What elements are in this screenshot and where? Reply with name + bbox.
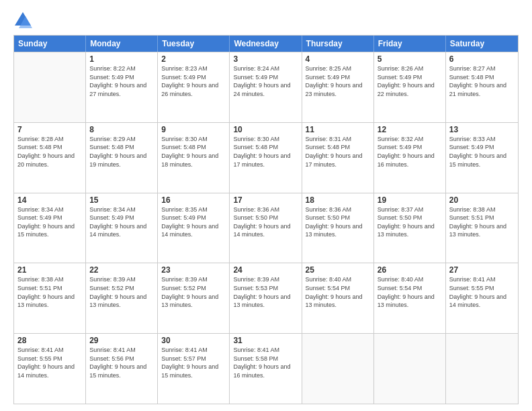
calendar: SundayMondayTuesdayWednesdayThursdayFrid…: [13, 35, 519, 404]
day-cell-12: 12 Sunrise: 8:32 AM Sunset: 5:49 PM Dayl…: [374, 123, 446, 193]
day-cell-28: 28 Sunrise: 8:41 AM Sunset: 5:55 PM Dayl…: [14, 334, 86, 404]
day-number: 21: [17, 265, 82, 275]
day-cell-29: 29 Sunrise: 8:41 AM Sunset: 5:56 PM Dayl…: [86, 334, 158, 404]
day-info: Sunrise: 8:24 AM Sunset: 5:49 PM Dayligh…: [233, 64, 298, 98]
day-cell-22: 22 Sunrise: 8:39 AM Sunset: 5:52 PM Dayl…: [86, 263, 158, 333]
logo-icon: [13, 11, 32, 30]
day-cell-1: 1 Sunrise: 8:22 AM Sunset: 5:49 PM Dayli…: [86, 52, 158, 122]
empty-cell: [302, 334, 374, 404]
day-cell-24: 24 Sunrise: 8:39 AM Sunset: 5:53 PM Dayl…: [230, 263, 302, 333]
day-number: 29: [89, 336, 154, 345]
day-cell-30: 30 Sunrise: 8:41 AM Sunset: 5:57 PM Dayl…: [158, 334, 230, 404]
day-cell-8: 8 Sunrise: 8:29 AM Sunset: 5:48 PM Dayli…: [86, 123, 158, 193]
empty-cell: [446, 334, 518, 404]
day-number: 7: [17, 125, 82, 134]
day-cell-16: 16 Sunrise: 8:35 AM Sunset: 5:49 PM Dayl…: [158, 193, 230, 263]
calendar-week-2: 7 Sunrise: 8:28 AM Sunset: 5:48 PM Dayli…: [14, 122, 518, 193]
day-info: Sunrise: 8:33 AM Sunset: 5:49 PM Dayligh…: [449, 135, 515, 169]
day-number: 27: [449, 265, 515, 275]
day-number: 5: [378, 54, 442, 64]
day-number: 28: [17, 336, 82, 345]
day-number: 10: [233, 125, 298, 134]
day-cell-11: 11 Sunrise: 8:31 AM Sunset: 5:48 PM Dayl…: [302, 123, 374, 193]
day-info: Sunrise: 8:28 AM Sunset: 5:48 PM Dayligh…: [17, 135, 82, 169]
day-number: 12: [378, 125, 442, 134]
day-number: 4: [306, 54, 370, 64]
day-info: Sunrise: 8:36 AM Sunset: 5:50 PM Dayligh…: [233, 205, 298, 239]
day-number: 20: [449, 195, 515, 205]
day-info: Sunrise: 8:31 AM Sunset: 5:48 PM Dayligh…: [306, 135, 370, 169]
header: [13, 11, 519, 30]
day-number: 17: [233, 195, 298, 205]
day-number: 6: [449, 54, 515, 64]
day-info: Sunrise: 8:39 AM Sunset: 5:52 PM Dayligh…: [161, 275, 226, 309]
day-info: Sunrise: 8:41 AM Sunset: 5:55 PM Dayligh…: [17, 346, 82, 379]
day-info: Sunrise: 8:26 AM Sunset: 5:49 PM Dayligh…: [378, 64, 442, 98]
empty-cell: [374, 334, 446, 404]
header-day-saturday: Saturday: [446, 36, 518, 52]
header-day-sunday: Sunday: [14, 36, 86, 52]
day-number: 19: [378, 195, 442, 205]
header-day-friday: Friday: [374, 36, 446, 52]
day-number: 13: [449, 125, 515, 134]
header-day-wednesday: Wednesday: [230, 36, 302, 52]
day-cell-17: 17 Sunrise: 8:36 AM Sunset: 5:50 PM Dayl…: [230, 193, 302, 263]
day-number: 31: [233, 336, 298, 345]
day-cell-7: 7 Sunrise: 8:28 AM Sunset: 5:48 PM Dayli…: [14, 123, 86, 193]
day-info: Sunrise: 8:35 AM Sunset: 5:49 PM Dayligh…: [161, 205, 226, 239]
day-number: 15: [89, 195, 154, 205]
day-cell-5: 5 Sunrise: 8:26 AM Sunset: 5:49 PM Dayli…: [374, 52, 446, 122]
day-number: 26: [378, 265, 442, 275]
day-number: 18: [306, 195, 370, 205]
day-info: Sunrise: 8:40 AM Sunset: 5:54 PM Dayligh…: [306, 275, 370, 309]
day-cell-20: 20 Sunrise: 8:38 AM Sunset: 5:51 PM Dayl…: [446, 193, 518, 263]
empty-cell: [14, 52, 86, 122]
day-info: Sunrise: 8:38 AM Sunset: 5:51 PM Dayligh…: [449, 205, 515, 239]
header-day-monday: Monday: [86, 36, 158, 52]
day-info: Sunrise: 8:36 AM Sunset: 5:50 PM Dayligh…: [306, 205, 370, 239]
day-cell-3: 3 Sunrise: 8:24 AM Sunset: 5:49 PM Dayli…: [230, 52, 302, 122]
day-info: Sunrise: 8:27 AM Sunset: 5:48 PM Dayligh…: [449, 64, 515, 98]
day-info: Sunrise: 8:38 AM Sunset: 5:51 PM Dayligh…: [17, 275, 82, 309]
day-number: 25: [306, 265, 370, 275]
calendar-week-5: 28 Sunrise: 8:41 AM Sunset: 5:55 PM Dayl…: [14, 333, 518, 404]
day-cell-2: 2 Sunrise: 8:23 AM Sunset: 5:49 PM Dayli…: [158, 52, 230, 122]
day-cell-10: 10 Sunrise: 8:30 AM Sunset: 5:48 PM Dayl…: [230, 123, 302, 193]
day-info: Sunrise: 8:29 AM Sunset: 5:48 PM Dayligh…: [89, 135, 154, 169]
day-cell-26: 26 Sunrise: 8:40 AM Sunset: 5:54 PM Dayl…: [374, 263, 446, 333]
day-cell-9: 9 Sunrise: 8:30 AM Sunset: 5:48 PM Dayli…: [158, 123, 230, 193]
day-info: Sunrise: 8:34 AM Sunset: 5:49 PM Dayligh…: [17, 205, 82, 239]
day-cell-19: 19 Sunrise: 8:37 AM Sunset: 5:50 PM Dayl…: [374, 193, 446, 263]
day-number: 9: [161, 125, 226, 134]
day-cell-31: 31 Sunrise: 8:41 AM Sunset: 5:58 PM Dayl…: [230, 334, 302, 404]
day-info: Sunrise: 8:32 AM Sunset: 5:49 PM Dayligh…: [378, 135, 442, 169]
day-cell-23: 23 Sunrise: 8:39 AM Sunset: 5:52 PM Dayl…: [158, 263, 230, 333]
day-info: Sunrise: 8:30 AM Sunset: 5:48 PM Dayligh…: [161, 135, 226, 169]
day-info: Sunrise: 8:23 AM Sunset: 5:49 PM Dayligh…: [161, 64, 226, 98]
day-cell-4: 4 Sunrise: 8:25 AM Sunset: 5:49 PM Dayli…: [302, 52, 374, 122]
day-cell-18: 18 Sunrise: 8:36 AM Sunset: 5:50 PM Dayl…: [302, 193, 374, 263]
day-number: 1: [89, 54, 154, 64]
calendar-body: 1 Sunrise: 8:22 AM Sunset: 5:49 PM Dayli…: [14, 52, 518, 404]
page: SundayMondayTuesdayWednesdayThursdayFrid…: [0, 0, 532, 411]
day-cell-6: 6 Sunrise: 8:27 AM Sunset: 5:48 PM Dayli…: [446, 52, 518, 122]
day-info: Sunrise: 8:39 AM Sunset: 5:53 PM Dayligh…: [233, 275, 298, 309]
header-day-thursday: Thursday: [302, 36, 374, 52]
day-cell-21: 21 Sunrise: 8:38 AM Sunset: 5:51 PM Dayl…: [14, 263, 86, 333]
day-info: Sunrise: 8:41 AM Sunset: 5:58 PM Dayligh…: [233, 346, 298, 379]
day-cell-13: 13 Sunrise: 8:33 AM Sunset: 5:49 PM Dayl…: [446, 123, 518, 193]
day-info: Sunrise: 8:39 AM Sunset: 5:52 PM Dayligh…: [89, 275, 154, 309]
logo: [13, 11, 35, 30]
day-info: Sunrise: 8:41 AM Sunset: 5:56 PM Dayligh…: [89, 346, 154, 379]
day-cell-27: 27 Sunrise: 8:41 AM Sunset: 5:55 PM Dayl…: [446, 263, 518, 333]
day-number: 3: [233, 54, 298, 64]
day-info: Sunrise: 8:40 AM Sunset: 5:54 PM Dayligh…: [378, 275, 442, 309]
day-number: 14: [17, 195, 82, 205]
calendar-week-4: 21 Sunrise: 8:38 AM Sunset: 5:51 PM Dayl…: [14, 263, 518, 333]
day-info: Sunrise: 8:41 AM Sunset: 5:55 PM Dayligh…: [449, 275, 515, 309]
calendar-week-1: 1 Sunrise: 8:22 AM Sunset: 5:49 PM Dayli…: [14, 52, 518, 122]
day-info: Sunrise: 8:41 AM Sunset: 5:57 PM Dayligh…: [161, 346, 226, 379]
day-number: 22: [89, 265, 154, 275]
day-info: Sunrise: 8:37 AM Sunset: 5:50 PM Dayligh…: [378, 205, 442, 239]
calendar-week-3: 14 Sunrise: 8:34 AM Sunset: 5:49 PM Dayl…: [14, 193, 518, 263]
